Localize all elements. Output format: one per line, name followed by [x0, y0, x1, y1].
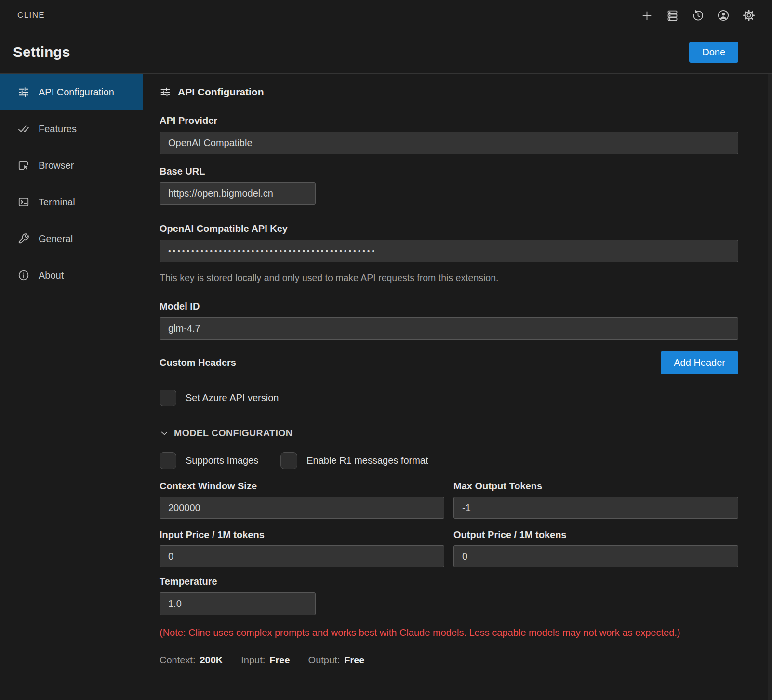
summary-input: Input: Free — [241, 655, 290, 666]
chevron-down-icon — [160, 429, 169, 438]
summary-context-label: Context: — [160, 655, 195, 666]
api-key-input[interactable] — [160, 240, 738, 262]
api-key-help-text: This key is stored locally and only used… — [160, 272, 738, 283]
r1-format-group: Enable R1 messages format — [280, 452, 428, 469]
input-price-cell: Input Price / 1M tokens — [160, 519, 444, 567]
summary-output-value: Free — [344, 655, 364, 666]
summary-context-value: 200K — [200, 655, 223, 666]
plus-icon[interactable] — [640, 9, 653, 22]
page-title: Settings — [13, 44, 70, 60]
sidebar-item-about[interactable]: About — [0, 257, 143, 294]
info-icon — [17, 269, 30, 282]
topbar-actions — [640, 9, 756, 22]
max-output-cell: Max Output Tokens — [453, 470, 738, 519]
terminal-icon — [17, 196, 30, 208]
api-provider-label: API Provider — [160, 115, 738, 126]
wrench-icon — [17, 232, 30, 245]
r1-format-label: Enable R1 messages format — [306, 455, 428, 466]
history-icon[interactable] — [691, 9, 705, 22]
model-id-input[interactable] — [160, 317, 738, 340]
model-flags-row: Supports Images Enable R1 messages forma… — [160, 452, 738, 469]
model-configuration-title: MODEL CONFIGURATION — [174, 428, 293, 439]
output-price-input[interactable] — [453, 545, 738, 567]
azure-version-row: Set Azure API version — [160, 390, 738, 406]
temperature-input[interactable] — [160, 592, 316, 615]
model-configuration-header[interactable]: MODEL CONFIGURATION — [160, 428, 738, 439]
topbar: CLINE — [0, 0, 772, 31]
sidebar-item-label: Terminal — [39, 197, 75, 208]
supports-images-group: Supports Images — [160, 452, 258, 469]
account-icon-glyph — [717, 9, 730, 22]
context-window-input[interactable] — [160, 497, 444, 519]
input-price-input[interactable] — [160, 545, 444, 567]
sidebar-item-terminal[interactable]: Terminal — [0, 184, 143, 220]
azure-version-checkbox[interactable] — [160, 390, 176, 406]
temperature-label: Temperature — [160, 576, 738, 587]
supports-images-checkbox[interactable] — [160, 452, 176, 469]
custom-headers-row: Custom Headers Add Header — [160, 351, 738, 374]
sliders-icon — [160, 86, 171, 98]
supports-images-label: Supports Images — [186, 455, 258, 466]
sidebar-item-label: General — [39, 233, 73, 244]
summary-output: Output: Free — [308, 655, 365, 666]
account-icon[interactable] — [717, 9, 730, 22]
sidebar-item-label: Browser — [39, 160, 74, 171]
max-output-input[interactable] — [453, 497, 738, 519]
sidebar-item-api-configuration[interactable]: API Configuration — [0, 74, 143, 110]
context-window-cell: Context Window Size — [160, 470, 444, 519]
max-output-label: Max Output Tokens — [453, 481, 738, 492]
sidebar-item-general[interactable]: General — [0, 220, 143, 257]
custom-headers-label: Custom Headers — [160, 357, 236, 368]
r1-format-checkbox[interactable] — [280, 452, 297, 469]
api-provider-select[interactable]: OpenAI Compatible — [160, 132, 738, 154]
azure-version-label: Set Azure API version — [186, 392, 279, 404]
section-heading: API Configuration — [160, 86, 738, 98]
model-summary: Context: 200K Input: Free Output: Free — [160, 655, 738, 666]
output-price-label: Output Price / 1M tokens — [453, 529, 738, 540]
plus-icon-glyph — [640, 9, 653, 22]
sidebar-item-label: About — [39, 270, 64, 281]
summary-context: Context: 200K — [160, 655, 223, 666]
browser-cursor-icon — [17, 159, 30, 172]
settings-sidebar: API Configuration Features Browser — [0, 74, 143, 700]
sliders-icon — [17, 86, 30, 98]
settings-body: API Configuration Features Browser — [0, 74, 772, 700]
done-button[interactable]: Done — [689, 42, 738, 63]
settings-gear-icon[interactable] — [742, 9, 756, 22]
history-icon-glyph — [692, 9, 705, 22]
mcp-servers-icon-glyph — [666, 9, 679, 22]
summary-output-label: Output: — [308, 655, 340, 666]
section-title: API Configuration — [178, 86, 264, 98]
api-configuration-panel: API Configuration API Provider OpenAI Co… — [143, 74, 772, 700]
settings-gear-icon-glyph — [742, 9, 756, 22]
summary-input-label: Input: — [241, 655, 265, 666]
base-url-label: Base URL — [160, 166, 738, 177]
model-id-label: Model ID — [160, 301, 738, 312]
settings-header: Settings Done — [0, 31, 772, 73]
sidebar-item-label: API Configuration — [39, 87, 114, 98]
output-price-cell: Output Price / 1M tokens — [453, 519, 738, 567]
double-check-icon — [17, 122, 30, 135]
context-window-label: Context Window Size — [160, 481, 444, 492]
cline-settings-window: CLINE — [0, 0, 772, 700]
add-header-button[interactable]: Add Header — [661, 351, 738, 374]
api-key-label: OpenAI Compatible API Key — [160, 223, 738, 234]
input-price-label: Input Price / 1M tokens — [160, 529, 444, 540]
model-note: (Note: Cline uses complex prompts and wo… — [160, 625, 738, 640]
scrollbar[interactable] — [768, 74, 772, 700]
sidebar-item-browser[interactable]: Browser — [0, 147, 143, 184]
model-numeric-fields: Context Window Size Max Output Tokens In… — [160, 470, 738, 567]
mcp-servers-icon[interactable] — [666, 9, 679, 22]
sidebar-item-label: Features — [39, 123, 77, 135]
summary-input-value: Free — [269, 655, 290, 666]
base-url-input[interactable] — [160, 182, 316, 205]
sidebar-item-features[interactable]: Features — [0, 110, 143, 147]
app-title: CLINE — [17, 11, 45, 20]
api-provider-value: OpenAI Compatible — [168, 137, 253, 148]
